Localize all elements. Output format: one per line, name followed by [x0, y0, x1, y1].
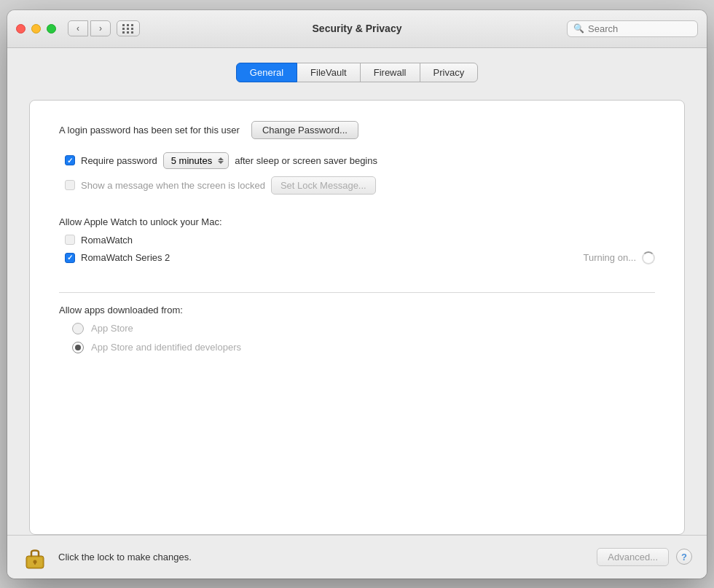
radio-identified[interactable]	[72, 342, 84, 353]
content-area: General FileVault Firewall Privacy A log…	[7, 48, 707, 535]
watch1-row: RomaWatch	[65, 235, 655, 246]
password-timeout-dropdown[interactable]: 5 minutes	[163, 152, 229, 169]
watch1-label: RomaWatch	[81, 235, 133, 246]
radio-appstore-row: App Store	[72, 323, 655, 334]
minimize-button[interactable]	[31, 24, 41, 34]
turning-on-status: Turning on...	[583, 251, 655, 264]
help-button[interactable]: ?	[676, 549, 692, 565]
forward-button[interactable]: ›	[90, 20, 111, 36]
change-password-button[interactable]: Change Password...	[251, 121, 358, 139]
radio-identified-row: App Store and identified developers	[72, 342, 655, 353]
lock-text: Click the lock to make changes.	[58, 552, 192, 562]
password-label: A login password has been set for this u…	[59, 125, 240, 136]
tab-general[interactable]: General	[236, 63, 297, 82]
grid-button[interactable]	[117, 20, 140, 36]
bottombar-right: Advanced... ?	[597, 548, 692, 566]
password-row: A login password has been set for this u…	[59, 121, 655, 139]
window-title: Security & Privacy	[313, 23, 402, 34]
maximize-button[interactable]	[47, 24, 56, 34]
lock-icon[interactable]	[22, 542, 48, 571]
lock-svg	[25, 544, 45, 569]
apple-watch-section: Allow Apple Watch to unlock your Mac: Ro…	[59, 216, 655, 270]
dropdown-arrow-icon	[218, 157, 224, 164]
tab-privacy[interactable]: Privacy	[420, 63, 479, 82]
require-password-label: Require password	[81, 155, 157, 166]
grid-icon	[122, 24, 134, 34]
watch1-checkbox[interactable]	[65, 235, 75, 245]
loading-spinner	[642, 251, 655, 264]
traffic-lights	[16, 24, 56, 34]
nav-buttons: ‹ ›	[68, 20, 111, 36]
advanced-button[interactable]: Advanced...	[597, 548, 669, 566]
require-password-checkbox[interactable]	[65, 155, 75, 165]
svg-rect-3	[34, 562, 36, 565]
tab-firewall[interactable]: Firewall	[360, 63, 420, 82]
radio-appstore-label: App Store	[91, 323, 133, 334]
downloaded-from-label: Allow apps downloaded from:	[59, 305, 655, 315]
tab-filevault[interactable]: FileVault	[297, 63, 361, 82]
titlebar: ‹ › Security & Privacy 🔍	[7, 10, 707, 48]
dropdown-value: 5 minutes	[171, 155, 212, 166]
search-box[interactable]: 🔍	[567, 20, 698, 37]
radio-identified-label: App Store and identified developers	[91, 342, 241, 353]
require-password-suffix: after sleep or screen saver begins	[235, 155, 377, 166]
turning-on-label: Turning on...	[583, 252, 636, 263]
bottom-bar: Click the lock to make changes. Advanced…	[7, 535, 707, 579]
tab-bar: General FileVault Firewall Privacy	[29, 63, 685, 82]
apple-watch-label: Allow Apple Watch to unlock your Mac:	[59, 216, 655, 227]
main-panel: A login password has been set for this u…	[29, 100, 685, 535]
lock-message-checkbox[interactable]	[65, 180, 75, 190]
set-lock-message-button[interactable]: Set Lock Message...	[271, 176, 376, 195]
back-button[interactable]: ‹	[68, 20, 88, 36]
search-input[interactable]	[588, 23, 691, 34]
search-icon: 🔍	[573, 23, 584, 34]
require-password-row: Require password 5 minutes after sleep o…	[65, 152, 655, 169]
watch2-label: RomaWatch Series 2	[81, 252, 170, 263]
watch2-checkbox[interactable]	[65, 253, 75, 263]
section-divider	[59, 292, 655, 293]
downloaded-from-section: Allow apps downloaded from: App Store Ap…	[59, 305, 655, 361]
radio-appstore[interactable]	[72, 323, 84, 334]
lock-message-row: Show a message when the screen is locked…	[65, 176, 655, 195]
window: ‹ › Security & Privacy 🔍 General FileVau…	[7, 10, 707, 579]
watch2-row: RomaWatch Series 2 Turning on...	[65, 251, 655, 264]
close-button[interactable]	[16, 24, 26, 34]
lock-message-label: Show a message when the screen is locked	[81, 180, 265, 191]
